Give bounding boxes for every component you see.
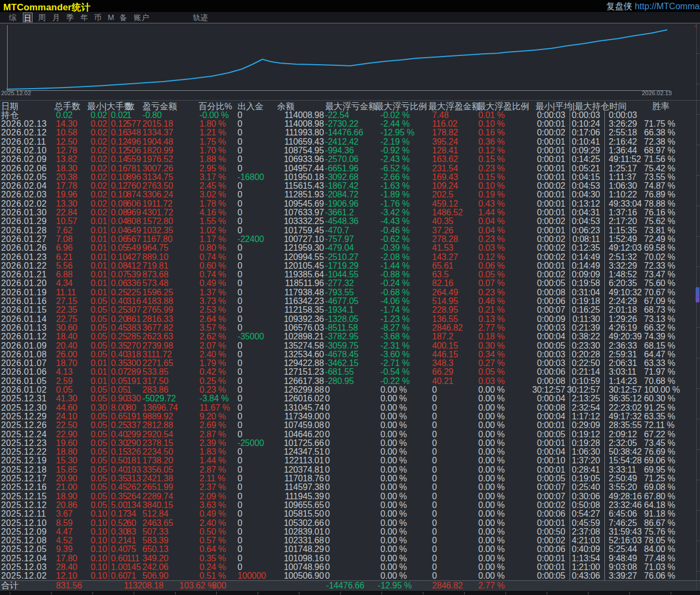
table-row[interactable]: 2025.12.2622.500.050.253372812.882.69 %0…: [0, 421, 700, 430]
table-row[interactable]: 2025.12.1220.860.055.001343840.153.63 %0…: [0, 501, 700, 510]
cell: 0: [238, 155, 276, 164]
cell: 1:06:30: [609, 182, 649, 190]
table-row[interactable]: 2025.12.094.470.100.3083507.330.50 %0102…: [0, 528, 700, 536]
cell: 101748.29: [274, 545, 324, 554]
cell: 1:21:00: [566, 563, 600, 572]
position-row[interactable]: 持仓0.020.020.021-0.80-0.00 %0114008.98-22…: [0, 111, 700, 120]
table-row[interactable]: 2026.01.052.590.010.05191317.500.25 %012…: [0, 377, 700, 386]
table-row[interactable]: 2026.01.236.210.010.10427889.100.74 %012…: [0, 253, 700, 262]
table-row[interactable]: 2026.01.266.960.010.05549964.750.80 %012…: [0, 244, 700, 252]
vertical-scrollbar[interactable]: [696, 23, 700, 590]
table-row[interactable]: 2026.01.204.340.010.06336573.480.49 %011…: [0, 279, 700, 288]
table-row[interactable]: 2026.01.216.880.010.07539873.680.74 %011…: [0, 270, 700, 279]
table-row[interactable]: 2025.12.2319.600.050.302902378.152.39 %-…: [0, 439, 700, 448]
column-header[interactable]: 日期: [1, 102, 18, 111]
cell: 28.40: [56, 563, 85, 572]
table-row[interactable]: 2026.01.1522.350.050.253072765.992.53 %0…: [0, 306, 700, 314]
table-row[interactable]: 2025.12.0417.800.100.60111349.200.35 %01…: [0, 554, 700, 563]
table-row[interactable]: 2026.02.1112.500.020.124961904.481.75 %0…: [0, 138, 700, 146]
table-row[interactable]: 2026.01.064.130.010.07289533.850.42 %012…: [0, 368, 700, 376]
cell: 2:01:18: [609, 306, 649, 314]
column-header[interactable]: 最大浮盈比例: [477, 102, 529, 111]
table-row[interactable]: 2026.02.0213.300.020.086061911.721.78 %0…: [0, 200, 700, 208]
cell: 3.17 %: [199, 173, 238, 182]
table-row[interactable]: 2026.01.225.560.010.08412719.810.60 %012…: [0, 262, 700, 270]
table-row[interactable]: 2026.01.277.080.010.065671167.801.17 %-2…: [0, 235, 700, 244]
table-row[interactable]: 2025.12.1915.300.050.501811738.201.44 %0…: [0, 456, 700, 465]
table-row[interactable]: 2026.02.0319.960.020.108743306.243.02 %0…: [0, 190, 700, 199]
table-row[interactable]: 2026.01.3022.840.020.089694301.724.16 %0…: [0, 208, 700, 217]
cell: 76.89 %: [644, 190, 685, 199]
table-row[interactable]: 2026.01.0920.400.050.352702739.982.07 %0…: [0, 342, 700, 350]
table-row[interactable]: 2025.12.2422.900.050.402992920.542.87 %0…: [0, 430, 700, 439]
column-header[interactable]: 最大浮盈金额: [428, 102, 480, 111]
table-row[interactable]: 2026.02.1012.780.020.125061820.991.70 %0…: [0, 146, 700, 155]
table-row[interactable]: 2025.12.059.390.100.4075650.130.64 %0101…: [0, 545, 700, 554]
cell: -4.06 %: [380, 297, 430, 306]
table-row[interactable]: 2026.01.1627.150.050.403164183.883.73 %0…: [0, 297, 700, 306]
table-row[interactable]: 2026.01.2910.570.010.048081572.801.55 %0…: [0, 217, 700, 226]
scroll-tick: [505, 592, 506, 594]
cell: 126299.88: [274, 386, 324, 394]
table-row[interactable]: 2025.12.0212.100.100.6071506.900.51 %100…: [0, 572, 700, 580]
column-header[interactable]: 胜率: [652, 102, 670, 111]
table-row[interactable]: 2025.12.2924.100.050.651919889.929.20 %0…: [0, 412, 700, 421]
table-row[interactable]: 2026.02.0520.380.020.108963134.753.17 %-…: [0, 173, 700, 182]
cell: 0:04:30: [566, 190, 600, 199]
table-row[interactable]: 2026.01.287.620.010.046491032.351.02 %01…: [0, 226, 700, 235]
table-row[interactable]: 2026.01.0826.000.050.403183111.722.40 %0…: [0, 350, 700, 359]
table-row[interactable]: 2026.01.1330.600.050.453833677.823.57 %0…: [0, 324, 700, 332]
scrollbar-track[interactable]: [696, 23, 697, 590]
table-row[interactable]: 2026.02.1210.580.020.163481334.371.21 %0…: [0, 128, 700, 137]
scrollbar-thumb[interactable]: [696, 287, 699, 302]
table-row[interactable]: 2025.12.1815.850.050.401933356.052.87 %0…: [0, 466, 700, 474]
cell: 0.50 %: [199, 528, 238, 536]
cell: 1486.52: [432, 208, 477, 217]
table-row[interactable]: 2025.12.3044.600.308.008013696.7411.67 %…: [0, 404, 700, 412]
table-row[interactable]: 2026.02.0417.780.020.127602763.502.45 %0…: [0, 182, 700, 190]
cell: 0: [238, 128, 276, 137]
table-row[interactable]: 2025.12.1720.900.050.353132421.382.11 %0…: [0, 474, 700, 483]
table-row[interactable]: 2025.12.3141.300.050.90330-5029.72-3.84 …: [0, 394, 700, 403]
column-header[interactable]: 最大浮亏比例: [375, 102, 427, 111]
column-header[interactable]: 余额: [277, 102, 295, 111]
table-row[interactable]: 2025.12.1621.000.050.452622651.992.37 %0…: [0, 483, 700, 492]
column-header[interactable]: 总手数: [54, 102, 80, 111]
horizontal-scrollbar[interactable]: [0, 590, 700, 595]
table-row[interactable]: 2025.12.1518.900.050.352642289.742.09 %0…: [0, 492, 700, 501]
cell: 0.01: [87, 244, 107, 252]
table-row[interactable]: 2026.01.1422.750.050.208612816.332.64 %0…: [0, 315, 700, 324]
cell: 19.60: [56, 439, 85, 448]
cell: 2.59: [56, 377, 85, 386]
column-header[interactable]: 百分比%: [198, 102, 232, 111]
cell: 20.90: [56, 474, 85, 483]
table-row[interactable]: 2025.12.2218.800.050.153262234.501.83 %0…: [0, 448, 700, 456]
table-row[interactable]: 2025.12.0328.400.101.00145242.060.24 %01…: [0, 563, 700, 572]
column-header[interactable]: 最大浮亏金额: [325, 102, 377, 111]
time-divider-2: [604, 101, 605, 589]
cell: -1.89 %: [380, 190, 430, 199]
column-header[interactable]: 出入金: [238, 102, 264, 111]
cell: 0.05: [87, 306, 107, 314]
cell: 0: [432, 554, 477, 563]
cell: 0:08:11: [566, 235, 600, 244]
table-row[interactable]: 2025.12.108.590.100.52602463.652.40 %010…: [0, 519, 700, 528]
column-header[interactable]: 盈亏金额: [142, 102, 177, 111]
table-row[interactable]: 2026.01.1911.110.010.252251596.251.37 %0…: [0, 288, 700, 297]
column-header[interactable]: 最小|平均|最大持仓时间: [535, 102, 627, 111]
table-row[interactable]: 2026.02.1314.300.020.125772015.181.80 %0…: [0, 120, 700, 128]
table-row[interactable]: 2026.01.1218.400.050.252852623.632.62 %-…: [0, 332, 700, 341]
cell: 0:00:02: [530, 501, 565, 510]
table-row[interactable]: 2026.02.0618.300.020.167813007.262.95 %0…: [0, 164, 700, 173]
cell: 2025.12.19: [1, 456, 53, 465]
cell: 0:00:05: [530, 342, 565, 350]
table-row[interactable]: 2026.01.0718.700.010.353002271.651.79 %0…: [0, 359, 700, 368]
table-row[interactable]: 2026.02.0913.820.020.145591976.521.88 %0…: [0, 155, 700, 164]
table-row[interactable]: 2025.12.084.520.100.2141583.390.57 %0102…: [0, 536, 700, 545]
cell: 2.09 %: [199, 492, 238, 501]
column-header[interactable]: 数: [126, 102, 135, 111]
table-row[interactable]: 2026.01.020.050.050.051283.860.23 %01262…: [0, 386, 700, 394]
cell: 4:21:03: [566, 536, 600, 545]
cell: 0.02: [87, 138, 107, 146]
table-row[interactable]: 2025.12.113.670.100.1734512.840.49 %0105…: [0, 510, 700, 518]
